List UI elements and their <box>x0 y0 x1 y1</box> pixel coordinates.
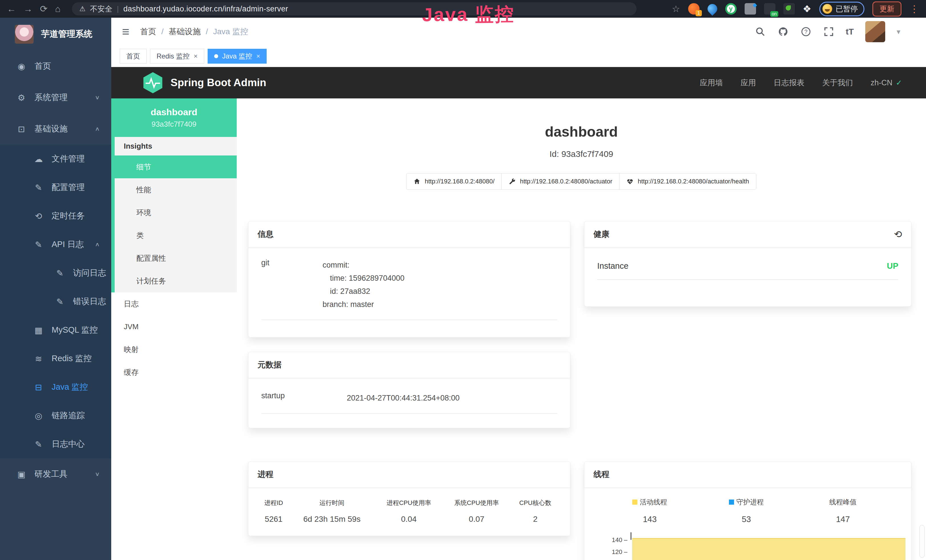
sidebar-item-system[interactable]: ⚙ 系统管理 ∨ <box>0 82 111 113</box>
heartbeat-icon <box>626 178 634 185</box>
sba-locale-select[interactable]: zh-CN ✓︎ <box>871 79 902 87</box>
val-uptime: 6d 23h 15m 59s <box>289 510 375 526</box>
help-icon[interactable]: ? <box>800 26 812 37</box>
instance-header[interactable]: dashboard 93a3fc7f7409 <box>111 98 237 137</box>
tab-redis-monitor[interactable]: Redis 监控 × <box>150 49 204 64</box>
browser-menu-icon[interactable]: ⋮ <box>909 3 919 15</box>
extension-leaf-icon[interactable] <box>784 3 795 15</box>
github-icon[interactable] <box>778 26 789 37</box>
breadcrumb-separator: / <box>162 27 164 36</box>
sba-nav-journal[interactable]: 日志报表 <box>774 77 805 88</box>
search-icon[interactable] <box>755 26 766 37</box>
user-avatar[interactable] <box>865 21 885 42</box>
sidebar-item-redis-monitor[interactable]: ≋ Redis 监控 <box>0 344 111 373</box>
health-instance-row[interactable]: Instance UP <box>597 261 898 280</box>
font-size-icon[interactable]: tT <box>846 27 854 36</box>
menu-item-logfile[interactable]: 日志 <box>111 292 237 315</box>
close-icon[interactable]: × <box>194 52 198 60</box>
reload-icon[interactable]: ⟳ <box>40 4 48 14</box>
tab-java-monitor[interactable]: Java 监控 × <box>207 49 267 64</box>
menu-item-jvm[interactable]: JVM <box>111 315 237 338</box>
breadcrumb-section[interactable]: 基础设施 <box>168 26 200 37</box>
url-text[interactable]: dashboard.yudao.iocoder.cn/infra/admin-s… <box>123 5 288 14</box>
val-pid: 5261 <box>259 510 289 526</box>
bookmark-star-icon[interactable]: ☆ <box>672 4 680 14</box>
user-caret-icon[interactable]: ▾ <box>897 27 900 36</box>
legend-value: 147 <box>794 515 891 524</box>
menu-item-caches[interactable]: 缓存 <box>111 361 237 384</box>
service-url-button[interactable]: http://192.168.0.2:48080/ <box>406 173 502 190</box>
sba-nav-about[interactable]: 关于我们 <box>822 77 853 88</box>
col-system-cpu: 系统CPU使用率 <box>443 496 510 510</box>
menu-item-details[interactable]: 细节 <box>115 156 237 178</box>
app-logo-row[interactable]: 芋道管理系统 <box>0 18 111 50</box>
insights-menu: Insights 细节 性能 环境 类 配置属性 计划任务 <box>111 137 237 292</box>
sidebar-item-log-center[interactable]: ✎ 日志中心 <box>0 430 111 459</box>
sidebar-item-config-manage[interactable]: ✎ 配置管理 <box>0 173 111 202</box>
sba-nav-wallboard[interactable]: 应用墙 <box>700 77 723 88</box>
sidebar-item-dev-tools[interactable]: ▣ 研发工具 ∨ <box>0 459 111 490</box>
metadata-card: 元数据 startup 2021-04-27T00:44:31.254+08:0… <box>248 352 570 428</box>
process-table: 进程ID 运行时间 进程CPU使用率 系统CPU使用率 CPU核心数 5261 … <box>259 496 560 526</box>
app-logo-image <box>15 25 34 44</box>
forward-icon[interactable]: → <box>23 4 33 14</box>
val-system-cpu: 0.07 <box>443 510 510 526</box>
sba-nav-applications[interactable]: 应用 <box>741 77 756 88</box>
actuator-url-button[interactable]: http://192.168.0.2:48080/actuator <box>501 173 619 190</box>
sidebar-item-home[interactable]: ◉ 首页 <box>0 50 111 82</box>
log-edit-icon: ✎ <box>33 439 44 449</box>
status-badge: UP <box>887 261 898 271</box>
sba-brand-name: Spring Boot Admin <box>171 77 266 89</box>
legend-peak-threads: 线程峰值 147 <box>794 498 891 524</box>
address-bar[interactable]: ⚠ 不安全 | dashboard.yudao.iocoder.cn/infra… <box>72 2 637 15</box>
sidebar-item-error-log[interactable]: ✎ 错误日志 <box>0 287 111 316</box>
health-card-header: 健康 ⟲ <box>584 221 911 248</box>
menu-item-config-props[interactable]: 配置属性 <box>115 247 237 269</box>
extension-grid-icon[interactable] <box>744 3 756 15</box>
back-icon[interactable]: ← <box>7 4 16 14</box>
menu-item-scheduled-tasks[interactable]: 计划任务 <box>115 269 237 292</box>
sidebar-item-access-log[interactable]: ✎ 访问日志 <box>0 259 111 287</box>
log-edit-icon: ✎ <box>54 297 66 307</box>
close-icon[interactable]: × <box>256 52 260 60</box>
sidebar-item-file-manage[interactable]: ☁ 文件管理 <box>0 145 111 173</box>
update-button[interactable]: 更新 <box>872 2 902 17</box>
security-label[interactable]: 不安全 <box>90 4 112 14</box>
extension-y-icon[interactable]: y <box>725 3 737 15</box>
extension-pin-icon[interactable] <box>705 2 719 16</box>
breadcrumb-current: Java 监控 <box>213 26 248 37</box>
actuator-url: http://192.168.0.2:48080/actuator <box>520 178 612 185</box>
tab-home[interactable]: 首页 <box>120 49 147 64</box>
sidebar-item-api-log[interactable]: ✎ API 日志 ∧ <box>0 230 111 259</box>
sidebar-item-infrastructure[interactable]: ⊡ 基础设施 ∧ <box>0 113 111 145</box>
sba-brand[interactable]: Spring Boot Admin <box>142 72 266 94</box>
sidebar-collapse-icon[interactable]: ≡ <box>122 24 130 39</box>
menu-item-mappings[interactable]: 映射 <box>111 338 237 361</box>
breadcrumb-home[interactable]: 首页 <box>140 26 156 37</box>
instance-name: dashboard <box>111 107 237 118</box>
home-icon[interactable]: ⌂ <box>55 4 61 14</box>
menu-item-environment[interactable]: 环境 <box>115 201 237 224</box>
sidebar-item-scheduled-jobs[interactable]: ⟲ 定时任务 <box>0 202 111 230</box>
svg-text:?: ? <box>804 29 807 35</box>
health-url-button[interactable]: http://192.168.0.2:48080/actuator/health <box>619 173 756 190</box>
chevron-down-icon: ∨ <box>95 471 100 477</box>
sidebar-item-java-monitor[interactable]: ⊟ Java 监控 <box>0 373 111 401</box>
sidebar-item-mysql-monitor[interactable]: ▦ MySQL 监控 <box>0 316 111 344</box>
fullscreen-icon[interactable] <box>823 26 834 37</box>
tab-active-dot <box>214 54 218 58</box>
scrollbar-thumb[interactable] <box>920 525 924 558</box>
menu-item-metrics[interactable]: 性能 <box>115 178 237 201</box>
paused-pill[interactable]: 已暂停 <box>819 2 864 16</box>
extensions-puzzle-icon[interactable]: ❖ <box>803 3 811 15</box>
insights-section-label: Insights <box>115 137 237 156</box>
menu-item-classes[interactable]: 类 <box>115 224 237 247</box>
chevron-up-icon: ∧ <box>95 241 100 248</box>
extension-icon-orange[interactable]: 1 <box>688 3 699 15</box>
gear-icon: ⚙ <box>16 93 27 103</box>
sba-sidebar: dashboard 93a3fc7f7409 Insights 细节 性能 环境… <box>111 98 237 560</box>
app-sidebar: 芋道管理系统 ◉ 首页 ⚙ 系统管理 ∨ ⊡ 基础设施 ∧ ☁ 文件管理 ✎ 配… <box>0 18 111 560</box>
sidebar-item-trace[interactable]: ◎ 链路追踪 <box>0 401 111 430</box>
history-icon[interactable]: ⟲ <box>894 229 902 240</box>
extension-dark-icon[interactable]: on <box>764 3 775 15</box>
